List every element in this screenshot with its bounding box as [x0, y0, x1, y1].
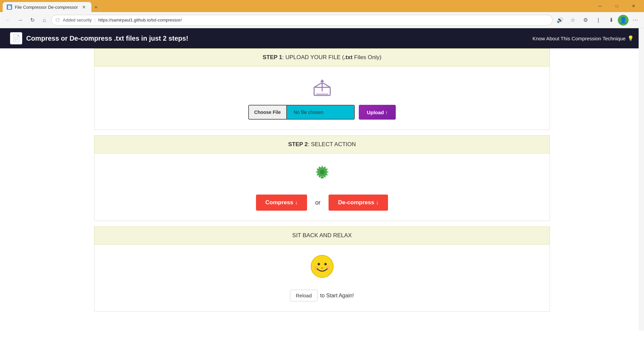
step2-body: Compress ↓ or De-compress ↓	[94, 154, 550, 221]
reload-button[interactable]: Reload	[290, 290, 317, 301]
bulb-icon: 💡	[628, 35, 634, 41]
svg-point-10	[311, 255, 333, 278]
step1-title: UPLOAD YOUR FILE (	[285, 54, 344, 60]
new-tab-button[interactable]: +	[91, 3, 101, 12]
back-button[interactable]: ←	[3, 15, 13, 26]
browser-chrome: 📄 File Compressor De-compressor ✕ + — □ …	[0, 0, 644, 28]
profile-button[interactable]: 👤	[618, 15, 629, 26]
step2-section: STEP 2: SELECT ACTION Compress ↓ or De-c…	[94, 135, 550, 221]
file-input-area: Choose File No file chosen Upload ↑	[248, 105, 396, 120]
svg-line-2	[324, 83, 330, 87]
maximize-button[interactable]: □	[609, 0, 625, 12]
reload-suffix: to Start Again!	[320, 293, 354, 299]
scrollbar[interactable]	[639, 28, 644, 331]
step3-body: Reload to Start Again!	[94, 245, 550, 312]
upload-icon-container	[311, 77, 333, 98]
reload-area: Reload to Start Again!	[290, 290, 354, 301]
security-label: Added security	[63, 17, 92, 23]
downloads-button[interactable]: ⬇	[605, 14, 617, 26]
step2-number: STEP 2	[288, 141, 308, 147]
step1-number: STEP 1	[263, 54, 282, 60]
choose-file-button[interactable]: Choose File	[249, 105, 287, 119]
step1-body: Choose File No file chosen Upload ↑	[94, 67, 550, 130]
svg-marker-5	[320, 79, 324, 82]
tab-bar: 📄 File Compressor De-compressor ✕ + — □ …	[0, 0, 644, 12]
svg-line-1	[314, 83, 321, 87]
step1-separator: :	[282, 54, 285, 60]
svg-point-11	[317, 263, 320, 265]
step2-title: SELECT ACTION	[311, 141, 356, 147]
upload-button[interactable]: Upload ↑	[359, 105, 396, 120]
read-aloud-button[interactable]: 🔊	[554, 14, 566, 26]
step1-ext: .txt	[344, 54, 353, 60]
compress-button[interactable]: Compress ↓	[256, 195, 307, 211]
compression-technique-link[interactable]: Know About This Compression Technique 💡	[532, 35, 634, 41]
link-text: Know About This Compression Technique	[532, 36, 626, 41]
forward-button[interactable]: →	[15, 15, 26, 26]
minimize-button[interactable]: —	[592, 0, 608, 12]
svg-point-8	[320, 170, 325, 174]
profile-icon: 👤	[619, 16, 627, 24]
or-label: or	[315, 199, 320, 206]
step1-title-end: Files Only)	[352, 54, 381, 60]
divider: |	[592, 14, 604, 26]
more-button[interactable]: ⋯	[629, 14, 641, 26]
relax-icon	[310, 255, 334, 283]
action-buttons: Compress ↓ or De-compress ↓	[256, 195, 388, 211]
step1-section: STEP 1: UPLOAD YOUR FILE (.txt Files Onl…	[94, 48, 550, 130]
gear-icon	[314, 164, 331, 180]
app-logo-icon: 📄	[10, 32, 22, 44]
refresh-button[interactable]: ↻	[27, 15, 38, 26]
app-title: Compress or De-compress .txt files in ju…	[26, 35, 188, 42]
tab-favicon: 📄	[7, 4, 12, 10]
url-display: https://samirpaul1.github.io/txt-compres…	[98, 17, 182, 23]
address-bar[interactable]: 🛡 Added security | https://samirpaul1.gi…	[51, 15, 553, 26]
svg-point-12	[324, 263, 327, 265]
favorites-button[interactable]: ☆	[567, 14, 579, 26]
step1-header: STEP 1: UPLOAD YOUR FILE (.txt Files Onl…	[94, 48, 550, 67]
upload-icon	[311, 77, 333, 98]
close-button[interactable]: ✕	[626, 0, 641, 12]
no-file-label: No file chosen	[294, 110, 324, 115]
window-controls: — □ ✕	[592, 0, 644, 12]
decompress-button[interactable]: De-compress ↓	[329, 195, 388, 211]
app-logo: 📄 Compress or De-compress .txt files in …	[10, 32, 188, 44]
address-separator: |	[94, 17, 95, 23]
gear-icon-container	[314, 164, 331, 182]
settings-button[interactable]: ⚙	[579, 14, 592, 26]
browser-tab[interactable]: 📄 File Compressor De-compressor ✕	[3, 2, 91, 12]
step3-title: SIT BACK AND RELAX	[292, 232, 352, 239]
nav-bar: ← → ↻ ⌂ 🛡 Added security | https://samir…	[0, 12, 644, 28]
file-input-wrapper[interactable]: Choose File No file chosen	[248, 105, 355, 120]
step3-section: SIT BACK AND RELAX	[94, 226, 550, 312]
file-name-display: No file chosen	[287, 105, 354, 119]
nav-right-controls: 🔊 ☆ ⚙ | ⬇ 👤 ⋯	[554, 14, 641, 26]
svg-point-15	[321, 267, 323, 269]
smiley-svg	[310, 255, 334, 278]
tab-title: File Compressor De-compressor	[15, 5, 78, 10]
shield-icon: 🛡	[55, 17, 60, 23]
app-header: 📄 Compress or De-compress .txt files in …	[0, 28, 644, 48]
tab-close-button[interactable]: ✕	[81, 4, 87, 10]
main-content: STEP 1: UPLOAD YOUR FILE (.txt Files Onl…	[0, 48, 644, 312]
step3-header: SIT BACK AND RELAX	[94, 226, 550, 245]
home-button[interactable]: ⌂	[39, 15, 50, 26]
step2-header: STEP 2: SELECT ACTION	[94, 135, 550, 154]
